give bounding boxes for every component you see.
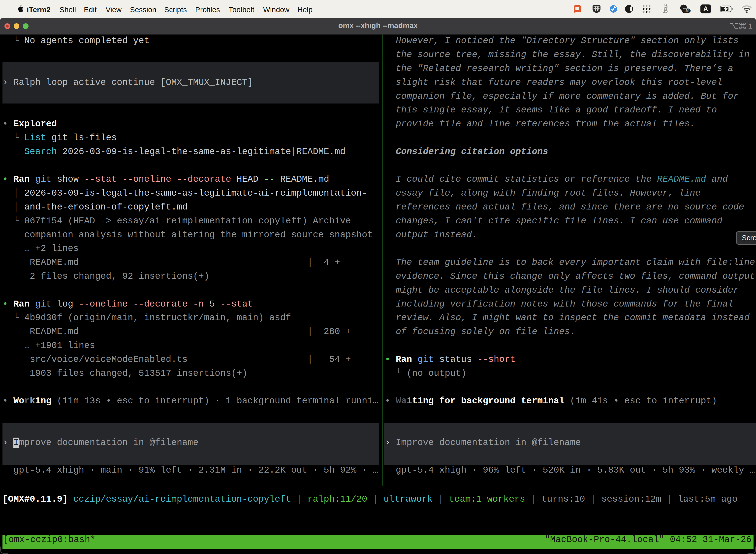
svg-text:..61: ..61 — [684, 8, 690, 13]
